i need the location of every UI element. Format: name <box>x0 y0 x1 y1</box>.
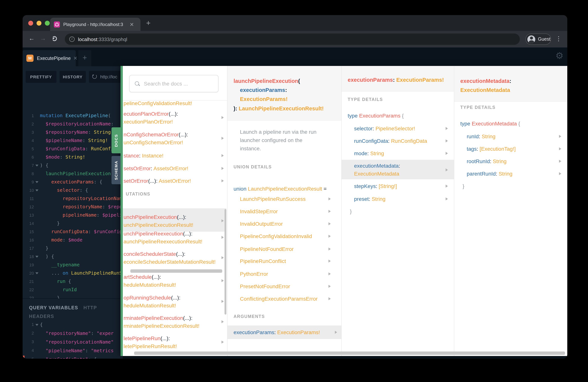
close-brace: } <box>462 182 464 190</box>
union-member[interactable]: InvalidOutputError <box>240 220 283 228</box>
url-host: localhost <box>78 36 97 42</box>
doc-item[interactable]: setsOrError: AssetsOrError! <box>124 165 188 172</box>
type-declaration: type ExecutionMetadata { <box>460 120 520 127</box>
tab-schema[interactable]: SCHEMA <box>111 156 121 184</box>
type-field[interactable]: selector: PipelineSelector! <box>354 125 415 132</box>
doc-item[interactable]: unchPipelineExecution(...): <box>124 213 186 221</box>
union-member[interactable]: PythonError <box>240 270 268 278</box>
doc-item[interactable]: heduleMutationResult! <box>124 281 176 289</box>
doc-item[interactable]: ecutionPlanOrError(...): <box>124 110 178 118</box>
new-tab-button[interactable]: + <box>146 19 150 27</box>
address-bar[interactable]: i localhost:3333/graphql <box>65 34 520 45</box>
minimize-window-button[interactable] <box>37 21 42 26</box>
docs-column-executionmetadata: executionMetadata:ExecutionMetadataTYPE … <box>454 66 567 356</box>
tab-docs[interactable]: DOCS <box>111 127 121 153</box>
close-window-button[interactable] <box>28 21 33 26</box>
doc-item[interactable]: opRunningSchedule(...): <box>124 294 180 301</box>
chevron-right-icon <box>559 160 561 163</box>
avatar-icon <box>527 35 535 43</box>
col1-vertical-scrollbar[interactable] <box>225 209 226 315</box>
site-info-icon[interactable]: i <box>69 37 75 42</box>
screen: Playground - http://localhost:3 ✕ + ← → … <box>0 0 588 382</box>
maximize-window-button[interactable] <box>45 21 50 26</box>
gear-icon[interactable]: ⚙ <box>555 50 564 61</box>
browser-tab[interactable]: Playground - http://localhost:3 ✕ <box>50 18 141 31</box>
type-declaration: type ExecutionParams { <box>348 112 404 119</box>
history-button[interactable]: HISTORY <box>60 71 86 83</box>
doc-item[interactable]: letePipelineRunResult! <box>124 342 177 350</box>
code-line: 5 $runConfigData: RunConfigData! <box>22 145 123 153</box>
profile-button[interactable]: Guest <box>525 34 551 45</box>
type-field[interactable]: tags: [ExecutionTag!] <box>467 145 516 152</box>
chevron-right-icon <box>559 147 561 150</box>
query-editor[interactable]: 1mutation ExecutePipeline(2 $repositoryL… <box>22 104 123 298</box>
argument-row[interactable]: executionParams: ExecutionParams! <box>233 328 320 336</box>
docs-explorer: DOCS SCHEMA Search the docs ... UTATIONS… <box>121 66 567 356</box>
type-field[interactable]: runId: String <box>467 133 496 140</box>
union-member[interactable]: ConflictingExecutionParamsError <box>240 295 317 302</box>
editor-body: PRETTIFY HISTORY http://loc 1mutation Ex… <box>22 66 123 359</box>
code-line: 12 repositoryName: $repositoryName <box>22 203 123 211</box>
type-field[interactable]: mode: String <box>354 149 384 157</box>
code-line: 2 $repositoryLocationName: <box>22 120 123 128</box>
code-line: 11 repositoryLocationName: $repositoryLo… <box>22 194 123 203</box>
doc-item[interactable]: econcileSchedulerStateMutationResult! <box>124 258 216 266</box>
doc-item[interactable]: rminatePipelineExecutionResult! <box>124 322 199 330</box>
doc-item[interactable]: unchPipelineReexecution(...): <box>124 230 192 237</box>
union-member[interactable]: PipelineRunConflict <box>240 257 286 265</box>
doc-item[interactable]: heduleMutationResult! <box>124 302 176 309</box>
tab-close-icon[interactable]: ✕ <box>129 21 134 27</box>
doc-item[interactable]: unchPipelineExecutionResult! <box>124 221 193 229</box>
code-line: 22 runId <box>22 286 123 294</box>
code-line: 23 } <box>22 294 123 298</box>
docs-column-field-detail: launchPipelineExecution(executionParams:… <box>227 66 341 356</box>
code-line: 9 executionParams: { <box>22 178 123 186</box>
chevron-right-icon <box>559 172 561 175</box>
type-field[interactable]: parentRunId: String <box>467 170 512 177</box>
chevron-right-icon <box>329 210 331 213</box>
chevron-right-icon <box>222 300 224 303</box>
doc-item[interactable]: pelineConfigValidationResult! <box>124 100 192 107</box>
type-field[interactable]: preset: String <box>354 195 385 203</box>
type-field[interactable]: rootRunId: String <box>467 157 507 165</box>
doc-item[interactable]: letePipelineRun(...): <box>124 335 170 342</box>
reload-icon[interactable] <box>52 36 57 41</box>
browser-menu-icon[interactable]: ⋮ <box>556 35 562 42</box>
prettify-button[interactable]: PRETTIFY <box>26 71 57 83</box>
doc-item[interactable]: artSchedule(...): <box>124 273 161 281</box>
type-details-header: TYPE DETAILS <box>348 96 383 103</box>
back-icon[interactable]: ← <box>29 35 35 42</box>
code-line: 1mutation ExecutePipeline( <box>22 111 123 120</box>
union-member[interactable]: PipelineNotFoundError <box>240 245 294 253</box>
field-description: instance. <box>240 145 261 152</box>
field-description: Launch a pipeline run via the run <box>240 128 316 136</box>
mutations-section-header: UTATIONS <box>126 191 150 197</box>
endpoint-input[interactable]: http://loc <box>89 71 123 83</box>
chevron-right-icon <box>446 185 448 188</box>
chevron-right-icon <box>222 279 224 282</box>
doc-item[interactable]: xecutionPlanOrError! <box>124 118 173 126</box>
union-member[interactable]: PresetNotFoundError <box>240 282 290 290</box>
chevron-right-icon <box>446 168 448 171</box>
union-member[interactable]: LaunchPipelineRunSuccess <box>240 195 306 203</box>
union-member[interactable]: InvalidStepError <box>240 208 278 215</box>
doc-item[interactable]: rminatePipelineExecution(...): <box>124 314 192 322</box>
doc-item[interactable]: unConfigSchemaOrError! <box>124 139 183 146</box>
forward-icon[interactable]: → <box>40 35 46 42</box>
docs-search-input[interactable]: Search the docs ... <box>129 75 218 92</box>
doc-item[interactable]: aunchPipelineReexecutionResult! <box>124 238 203 245</box>
type-field[interactable]: executionMetadata: <box>354 162 400 170</box>
chevron-right-icon <box>329 235 331 238</box>
union-member[interactable]: PipelineConfigValidationInvalid <box>240 233 312 240</box>
doc-item[interactable]: nConfigSchemaOrError(...): <box>124 131 188 138</box>
doc-item[interactable]: setOrError(...): AssetOrError! <box>124 177 191 185</box>
docs-horizontal-scrollbar[interactable] <box>134 352 565 355</box>
tab-query-variables[interactable]: QUERY VARIABLES <box>29 305 78 310</box>
chevron-right-icon <box>446 139 448 142</box>
type-field[interactable]: runConfigData: RunConfigData <box>354 137 427 145</box>
field-signature-header: executionMetadata:ExecutionMetadata <box>454 66 567 102</box>
chevron-right-icon <box>329 259 331 263</box>
doc-item[interactable]: concileSchedulerState(...): <box>124 250 185 258</box>
type-field[interactable]: stepKeys: [String!] <box>354 182 397 190</box>
doc-item[interactable]: stance: Instance! <box>124 152 164 159</box>
